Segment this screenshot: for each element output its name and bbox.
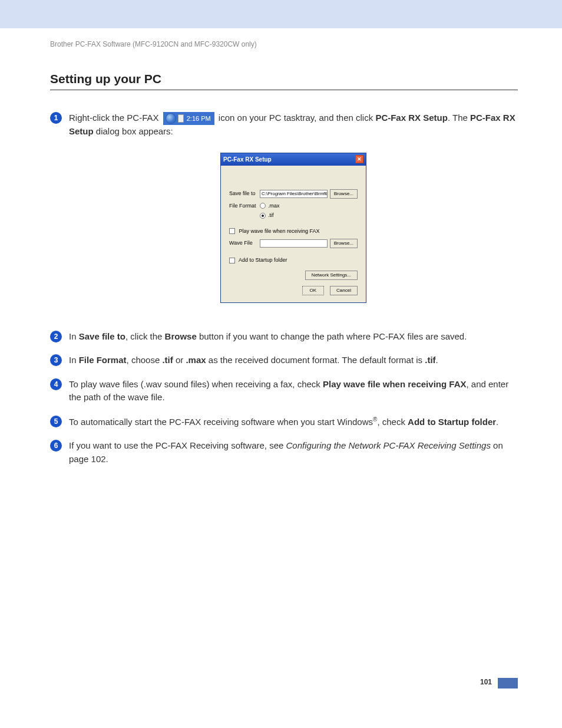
radio-tif-row[interactable]: .tif bbox=[260, 212, 358, 220]
page-footer: 101 bbox=[0, 678, 562, 689]
file-format-label: File Format bbox=[229, 202, 260, 210]
globe-icon bbox=[166, 113, 176, 124]
step-body: In Save file to, click the Browse button… bbox=[69, 330, 518, 344]
wave-file-label: Wave File bbox=[229, 239, 260, 248]
text: button if you want to change the path wh… bbox=[197, 331, 467, 341]
bold-text: .tif bbox=[425, 355, 435, 365]
page-content: Brother PC-FAX Software (MFC-9120CN and … bbox=[0, 40, 562, 466]
text: dialog box appears: bbox=[94, 126, 173, 136]
cancel-button[interactable]: Cancel bbox=[330, 286, 358, 295]
doc-icon bbox=[178, 114, 184, 123]
step-number-badge: 6 bbox=[50, 440, 62, 452]
text: , click the bbox=[125, 331, 165, 341]
section-title: Setting up your PC bbox=[50, 72, 518, 90]
text: If you want to use the PC-FAX Receiving … bbox=[69, 440, 286, 450]
text: . bbox=[436, 355, 438, 365]
dialog-body: Save file to C:\Program Files\Brother\Br… bbox=[221, 166, 366, 302]
startup-label: Add to Startup folder bbox=[239, 257, 287, 263]
bold-text: .max bbox=[186, 355, 206, 365]
text: icon on your PC tasktray, and then click bbox=[219, 113, 376, 123]
step-2: 2 In Save file to, click the Browse butt… bbox=[50, 330, 518, 344]
text: To play wave files (.wav sound files) wh… bbox=[69, 379, 323, 389]
bold-text: Add to Startup folder bbox=[408, 417, 496, 427]
radio-tif-label: .tif bbox=[268, 212, 274, 220]
top-band bbox=[0, 0, 562, 28]
save-file-label: Save file to bbox=[229, 190, 260, 198]
text: , choose bbox=[127, 355, 163, 365]
tasktray-time: 2:16 PM bbox=[186, 114, 212, 124]
dialog-titlebar: PC-Fax RX Setup ✕ bbox=[221, 153, 366, 166]
wave-file-row: Wave File Browse... bbox=[229, 239, 358, 248]
network-settings-button[interactable]: Network Settings... bbox=[305, 271, 358, 280]
text: To automatically start the PC-FAX receiv… bbox=[69, 417, 373, 427]
bold-text: File Format bbox=[79, 355, 127, 365]
text: , check bbox=[377, 417, 408, 427]
close-icon[interactable]: ✕ bbox=[355, 155, 363, 163]
file-format-row: File Format .max .tif bbox=[229, 202, 358, 222]
startup-check-row[interactable]: Add to Startup folder bbox=[229, 256, 358, 265]
step-number-badge: 4 bbox=[50, 378, 62, 390]
text: as the received document format. The def… bbox=[206, 355, 425, 365]
playwave-label: Play wave file when receiving FAX bbox=[239, 228, 320, 234]
radio-max-row[interactable]: .max bbox=[260, 202, 358, 210]
dialog-title-text: PC-Fax RX Setup bbox=[223, 155, 272, 164]
step-3: 3 In File Format, choose .tif or .max as… bbox=[50, 354, 518, 367]
step-body: If you want to use the PC-FAX Receiving … bbox=[69, 439, 518, 466]
step-body: To automatically start the PC-FAX receiv… bbox=[69, 415, 518, 429]
checkbox-icon bbox=[229, 258, 235, 263]
step-1: 1 Right-click the PC-FAX 2:16 PM icon on… bbox=[50, 111, 518, 319]
pcfax-rx-setup-dialog: PC-Fax RX Setup ✕ Save file to C:\Progra… bbox=[220, 153, 366, 303]
save-file-row: Save file to C:\Program Files\Brother\Br… bbox=[229, 189, 358, 199]
steps-list: 1 Right-click the PC-FAX 2:16 PM icon on… bbox=[50, 111, 518, 466]
step-body: Right-click the PC-FAX 2:16 PM icon on y… bbox=[69, 111, 518, 319]
browse-button[interactable]: Browse... bbox=[330, 189, 358, 199]
step-number-badge: 3 bbox=[50, 354, 62, 366]
italic-text: Configuring the Network PC-FAX Receiving… bbox=[286, 440, 491, 450]
bold-text: PC-Fax RX Setup bbox=[375, 113, 448, 123]
step-6: 6 If you want to use the PC-FAX Receivin… bbox=[50, 439, 518, 466]
dialog-wrap: PC-Fax RX Setup ✕ Save file to C:\Progra… bbox=[69, 153, 518, 303]
bold-text: .tif bbox=[162, 355, 173, 365]
step-body: In File Format, choose .tif or .max as t… bbox=[69, 354, 518, 367]
text: Right-click the PC-FAX bbox=[69, 113, 161, 123]
page-number: 101 bbox=[480, 678, 492, 689]
text: or bbox=[173, 355, 186, 365]
playwave-check-row[interactable]: Play wave file when receiving FAX bbox=[229, 228, 358, 236]
radio-icon bbox=[260, 213, 266, 219]
text: In bbox=[69, 355, 79, 365]
step-body: To play wave files (.wav sound files) wh… bbox=[69, 378, 518, 404]
breadcrumb: Brother PC-FAX Software (MFC-9120CN and … bbox=[50, 40, 518, 48]
text: . bbox=[496, 417, 498, 427]
checkbox-icon bbox=[229, 228, 235, 234]
save-file-input[interactable]: C:\Program Files\Brother\Brmfl04a\ bbox=[260, 190, 328, 198]
step-4: 4 To play wave files (.wav sound files) … bbox=[50, 378, 518, 404]
step-number-badge: 5 bbox=[50, 416, 62, 427]
browse-button[interactable]: Browse... bbox=[330, 239, 358, 248]
network-row: Network Settings... bbox=[229, 271, 358, 280]
step-number-badge: 2 bbox=[50, 331, 62, 342]
step-number-badge: 1 bbox=[50, 112, 62, 124]
text: In bbox=[69, 331, 79, 341]
ok-button[interactable]: OK bbox=[302, 286, 325, 295]
file-format-options: .max .tif bbox=[260, 202, 358, 222]
bold-text: Play wave file when receiving FAX bbox=[323, 379, 466, 389]
bold-text: Browse bbox=[165, 331, 197, 341]
text: . The bbox=[448, 113, 470, 123]
radio-max-label: .max bbox=[268, 202, 280, 210]
ok-cancel-row: OK Cancel bbox=[229, 286, 358, 295]
radio-icon bbox=[260, 203, 266, 209]
tasktray-icon: 2:16 PM bbox=[163, 112, 214, 125]
wave-file-input[interactable] bbox=[260, 239, 328, 248]
footer-tab bbox=[498, 678, 518, 689]
step-5: 5 To automatically start the PC-FAX rece… bbox=[50, 415, 518, 429]
bold-text: Save file to bbox=[79, 331, 125, 341]
